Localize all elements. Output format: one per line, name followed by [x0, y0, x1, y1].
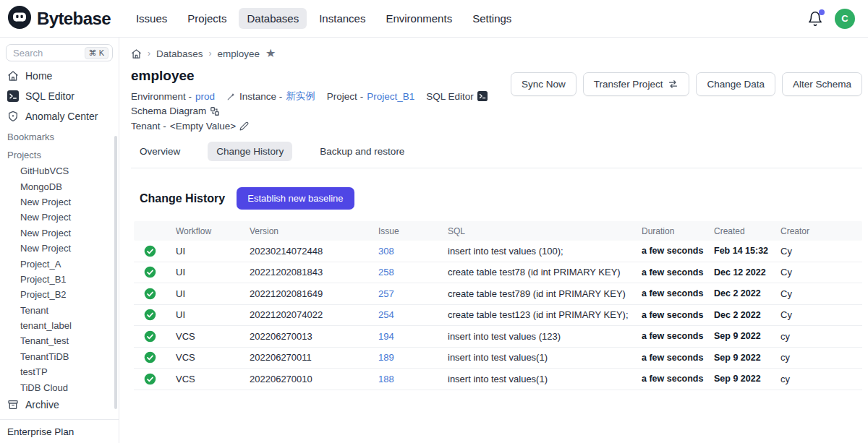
alter-schema-button[interactable]: Alter Schema [782, 72, 862, 96]
issue-link[interactable]: 308 [378, 246, 448, 257]
created-cell: Dec 2 2022 [714, 288, 780, 298]
sidebar-project-item[interactable]: New Project [0, 240, 119, 255]
sidebar-item-label: Archive [25, 399, 59, 410]
sidebar-project-item[interactable]: Project_B2 [0, 286, 119, 301]
environment-link[interactable]: prod [195, 91, 215, 102]
bytebase-logo[interactable]: Bytebase [7, 5, 111, 33]
change-history-table: Workflow Version Issue SQL Duration Crea… [134, 221, 862, 390]
created-cell: Sep 9 2022 [714, 353, 780, 363]
nav-item[interactable]: Settings [464, 8, 519, 29]
archive-icon [7, 399, 19, 410]
tab[interactable]: Change History [208, 142, 292, 161]
nav-item[interactable]: Projects [179, 8, 234, 29]
issue-link[interactable]: 258 [378, 267, 448, 278]
sidebar-project-item[interactable]: Project_A [0, 256, 119, 271]
change-data-button[interactable]: Change Data [696, 72, 775, 96]
notifications-button[interactable] [807, 11, 823, 27]
sidebar-project-item[interactable]: New Project [0, 194, 119, 209]
version-cell: 20221202081649 [250, 288, 378, 299]
tab[interactable]: Overview [131, 142, 189, 161]
database-tabs: OverviewChange HistoryBackup and restore [131, 142, 862, 168]
version-cell: 202206270011 [250, 352, 378, 363]
sidebar-project-item[interactable]: TiDB Cloud [0, 379, 119, 395]
success-check-icon [144, 351, 156, 364]
success-check-icon [144, 309, 156, 321]
issue-link[interactable]: 188 [378, 374, 448, 384]
col-version: Version [250, 226, 378, 236]
sidebar-item-home[interactable]: Home [0, 66, 119, 86]
avatar[interactable]: C [835, 9, 855, 29]
table-row[interactable]: VCS 202206270011 189 insert into test va… [134, 348, 862, 369]
sql-editor-link[interactable]: SQL Editor [426, 91, 488, 102]
status-cell [134, 309, 176, 321]
sidebar-scrollbar[interactable] [114, 136, 117, 409]
terminal-icon [477, 91, 488, 101]
meta-project: Project - Project_B1 [327, 91, 414, 102]
nav-item[interactable]: Issues [128, 8, 175, 29]
search-shortcut-badge: ⌘ K [85, 47, 109, 59]
table-row[interactable]: VCS 202206270013 194 insert into test va… [134, 326, 862, 348]
nav-item[interactable]: Instances [311, 8, 373, 29]
instance-link[interactable]: 新实例 [286, 90, 315, 103]
project-link[interactable]: Project_B1 [367, 91, 414, 102]
sidebar-project-item[interactable]: testTP [0, 364, 119, 379]
issue-link[interactable]: 189 [378, 352, 448, 363]
sidebar-project-item[interactable]: New Project [0, 209, 119, 224]
col-issue: Issue [378, 226, 448, 236]
sidebar-section-projects[interactable]: Projects [0, 145, 119, 163]
schema-diagram-link[interactable]: Schema Diagram [131, 106, 220, 116]
version-cell: 202206270013 [250, 331, 378, 342]
sidebar-project-item[interactable]: Project_B1 [0, 271, 119, 286]
sidebar-item-sql-editor[interactable]: SQL Editor [0, 86, 119, 106]
sql-cell: insert into test values(1) [448, 352, 642, 363]
notification-dot [819, 9, 825, 15]
change-history-header: Change History Establish new baseline [140, 187, 862, 210]
establish-baseline-button[interactable]: Establish new baseline [237, 187, 354, 210]
breadcrumb-databases[interactable]: Databases [156, 48, 203, 59]
sidebar-project-item[interactable]: New Project [0, 225, 119, 240]
plan-label[interactable]: Enterprise Plan [0, 419, 119, 443]
table-row[interactable]: UI 20230214072448 308 insert into test v… [134, 241, 862, 262]
sidebar-item-label: SQL Editor [25, 90, 75, 102]
table-row[interactable]: UI 20221202081843 258 create table test7… [134, 262, 862, 284]
sidebar-project-item[interactable]: Tenant [0, 302, 119, 317]
sidebar-project-item[interactable]: tenant_label [0, 317, 119, 332]
status-cell [134, 330, 176, 343]
version-cell: 20230214072448 [250, 246, 378, 257]
sidebar-project-item[interactable]: MongoDB [0, 179, 119, 194]
sidebar-item-anomaly-center[interactable]: Anomaly Center [0, 106, 119, 126]
nav-item[interactable]: Environments [378, 8, 460, 29]
status-cell [134, 373, 176, 385]
created-cell: Sep 9 2022 [714, 331, 780, 341]
issue-link[interactable]: 257 [378, 288, 448, 299]
sql-cell: create table test789 (id int PRIMARY KEY… [448, 288, 642, 299]
sidebar-project-item[interactable]: Tenant_test [0, 332, 119, 348]
breadcrumb-employee[interactable]: employee [218, 48, 260, 59]
nav-item[interactable]: Databases [239, 8, 307, 29]
creator-cell: cy [780, 352, 862, 363]
sync-now-button[interactable]: Sync Now [511, 72, 576, 96]
issue-link[interactable]: 254 [378, 309, 448, 320]
creator-cell: Cy [780, 267, 862, 278]
table-row[interactable]: UI 20221202081649 257 create table test7… [134, 283, 862, 305]
creator-cell: Cy [780, 288, 862, 299]
tab[interactable]: Backup and restore [311, 142, 413, 161]
table-row[interactable]: UI 20221202074022 254 create table test1… [134, 305, 862, 327]
issue-link[interactable]: 194 [378, 331, 448, 342]
page-header-left: employee Environment - prod Instance - 新… [131, 66, 511, 132]
edit-pencil-icon[interactable] [239, 121, 249, 131]
breadcrumb-home-icon[interactable] [131, 48, 142, 59]
sidebar-item-label: Home [25, 70, 52, 82]
sidebar-item-archive[interactable]: Archive [0, 395, 119, 419]
meta-instance: Instance - 新实例 [226, 90, 315, 103]
sidebar-project-item[interactable]: GitHubVCS [0, 163, 119, 178]
workflow-cell: UI [176, 267, 250, 278]
swap-arrows-icon [668, 79, 678, 90]
sidebar-section-bookmarks[interactable]: Bookmarks [0, 126, 119, 145]
search-input[interactable]: Search ⌘ K [6, 44, 113, 61]
bookmark-star-icon[interactable]: ★ [265, 48, 276, 59]
transfer-project-button[interactable]: Transfer Project [583, 72, 690, 96]
status-cell [134, 351, 176, 364]
table-row[interactable]: VCS 202206270010 188 insert into test va… [134, 369, 862, 390]
sidebar-project-item[interactable]: TenantTiDB [0, 348, 119, 364]
